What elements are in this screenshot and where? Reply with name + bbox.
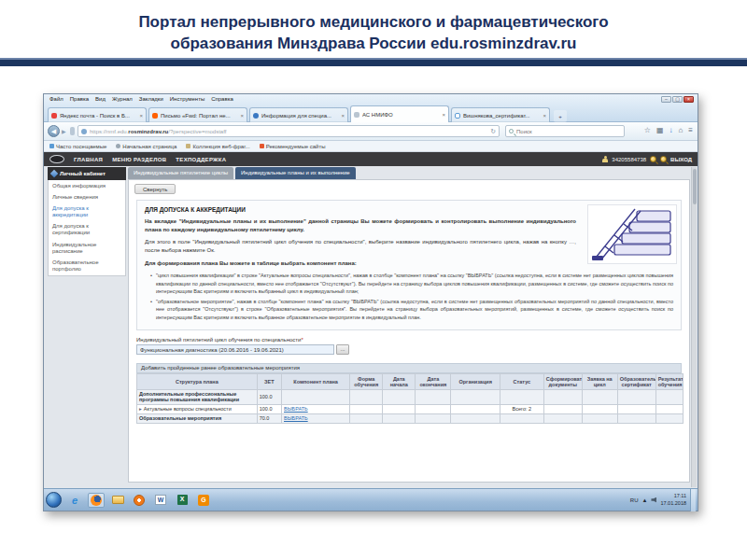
- sidebar-header-label: Личный кабинет: [60, 171, 106, 176]
- taskbar-ie-icon[interactable]: e: [66, 493, 83, 508]
- col-cycle-request: Заявка на цикл: [582, 374, 617, 390]
- sidebar-item-portfolio[interactable]: Образовательное портфолио: [49, 258, 125, 275]
- col-form-documents: Сформировать документы: [543, 374, 582, 390]
- portal-nav-sections[interactable]: МЕНЮ РАЗДЕЛОВ: [112, 157, 166, 162]
- menu-bookmarks[interactable]: Закладки: [139, 96, 163, 102]
- speaker-icon[interactable]: [651, 497, 656, 503]
- cell-zet: 70.0: [257, 413, 281, 423]
- table-row-edu-events: Образовательные мероприятия 70.0 ВЫБРАТЬ: [137, 413, 684, 423]
- bookmarks-bar: Часто посещаемые Начальная страница Колл…: [44, 141, 698, 152]
- choose-cycle-link[interactable]: ВЫБРАТЬ: [284, 406, 308, 412]
- cell-status: Всего: 2: [500, 404, 543, 413]
- tab-close-icon[interactable]: ×: [240, 113, 244, 119]
- search-org-icon[interactable]: [660, 156, 667, 162]
- taskbar-excel-icon[interactable]: X: [174, 493, 190, 508]
- tab-label: Яндекс почта - Поиск в Б...: [60, 113, 136, 119]
- search-icon: [509, 129, 514, 133]
- sidebar-item-schedule[interactable]: Индивидуальное расписание: [49, 239, 125, 257]
- bookmark-star-icon[interactable]: ☆: [644, 126, 651, 134]
- browser-tab-info[interactable]: Информация для специа... ×: [249, 107, 348, 122]
- address-bar[interactable]: https://nmf.edu.rosminzdrav.ru/?perspect…: [78, 125, 500, 137]
- cycle-browse-button[interactable]: ...: [336, 344, 349, 355]
- menu-tools[interactable]: Инструменты: [170, 96, 204, 102]
- col-organization: Организация: [451, 374, 500, 390]
- downloads-icon[interactable]: ↓: [669, 126, 672, 134]
- tab-close-icon[interactable]: ×: [139, 113, 143, 119]
- portal-nav-main[interactable]: ГЛАВНАЯ: [74, 157, 103, 162]
- tab-favicon: [354, 112, 359, 118]
- show-desktop-button[interactable]: [690, 489, 696, 511]
- instructions-paragraph-1: На вкладке "Индивидуальные планы и их вы…: [145, 217, 576, 233]
- firefox-glyph: [91, 495, 102, 506]
- tab-close-icon[interactable]: ×: [341, 113, 345, 119]
- browser-tab-yandex-mail[interactable]: Яндекс почта - Поиск в Б... ×: [48, 107, 147, 122]
- title-divider: [0, 58, 747, 66]
- home-icon[interactable]: ⌂: [678, 126, 683, 134]
- tab-individual-plans[interactable]: Индивидуальные планы и их выполнение: [235, 167, 356, 179]
- sidebar-item-personal-data[interactable]: Личные сведения: [49, 191, 125, 203]
- table-row-dpp: Дополнительные профессиональные программ…: [137, 389, 684, 404]
- tab-favicon: [253, 113, 259, 119]
- hamburger-menu-icon[interactable]: ≡: [688, 126, 693, 134]
- tray-expand-icon[interactable]: ▲: [642, 497, 648, 503]
- search-box[interactable]: [505, 125, 625, 137]
- reload-icon[interactable]: ↻: [490, 128, 496, 135]
- back-icon[interactable]: ◀: [48, 125, 60, 137]
- collapse-button[interactable]: Свернуть: [134, 184, 176, 194]
- bookmark-icon: [186, 144, 190, 148]
- tray-clock[interactable]: 17:11 17.01.2018: [660, 493, 686, 506]
- bookmark-recommended-sites[interactable]: Рекомендуемые сайты: [260, 144, 326, 149]
- tray-date: 17.01.2018: [660, 500, 686, 506]
- logout-button[interactable]: ВЫХОД: [670, 157, 692, 162]
- browser-tab-letter[interactable]: Письмо «Fwd: Портал не... ×: [148, 107, 247, 122]
- taskbar-word-icon[interactable]: W: [152, 493, 169, 508]
- sidebar-item-general-info[interactable]: Общая информация: [49, 180, 125, 191]
- sidebar-item-certification[interactable]: Для допуска к сертификации: [49, 221, 125, 239]
- bookmark-most-visited[interactable]: Часто посещаемые: [49, 144, 106, 149]
- browser-tab-certificate[interactable]: Вишнякова_сертификат... ×: [451, 107, 550, 122]
- library-icon[interactable]: ▦: [656, 126, 664, 134]
- search-person-icon[interactable]: [650, 156, 656, 162]
- site-identity-icon[interactable]: [81, 129, 87, 134]
- expand-icon[interactable]: ▸: [139, 406, 142, 412]
- browser-tab-as-nmifo[interactable]: АС НМИФО ×: [350, 105, 449, 122]
- menu-help[interactable]: Справка: [211, 96, 233, 102]
- taskbar-media-player-icon[interactable]: [131, 493, 148, 508]
- taskbar-firefox-icon[interactable]: [88, 493, 105, 508]
- cell-structure: ▸Актуальные вопросы специальности: [137, 404, 258, 413]
- taskbar-orange-app-icon[interactable]: G: [195, 493, 212, 508]
- scrollbar-thumb[interactable]: [693, 169, 697, 204]
- portal-body: Личный кабинет Общая информация Личные с…: [44, 166, 698, 488]
- choose-event-link[interactable]: ВЫБРАТЬ: [284, 415, 308, 421]
- tab-favicon: [51, 113, 57, 119]
- tab-close-icon[interactable]: ×: [442, 112, 445, 118]
- menu-edit[interactable]: Правка: [70, 96, 89, 102]
- cycle-select-input[interactable]: [136, 344, 334, 355]
- bookmark-icon: [260, 144, 264, 148]
- plan-table-header-row: Структура плана ЗЕТ Компонент плана Форм…: [137, 374, 684, 390]
- tab-five-year-cycles[interactable]: Индивидуальные пятилетние циклы: [128, 167, 233, 179]
- tab-favicon: [152, 113, 158, 119]
- maximize-button[interactable]: ▢: [672, 96, 683, 103]
- search-input[interactable]: [516, 129, 621, 134]
- menu-history[interactable]: Журнал: [112, 96, 133, 102]
- col-status: Статус: [500, 374, 543, 390]
- menu-view[interactable]: Вид: [95, 96, 106, 102]
- add-past-events-bar[interactable]: Добавить пройденные ранее образовательны…: [136, 363, 682, 373]
- vertical-scrollbar[interactable]: [691, 167, 697, 487]
- window-controls: – ▢ ×: [661, 96, 694, 103]
- portal-nav-support[interactable]: ТЕХПОДДЕРЖКА: [176, 157, 226, 162]
- language-indicator[interactable]: RU: [630, 497, 639, 503]
- col-form: Форма обучения: [350, 374, 383, 390]
- close-button[interactable]: ×: [684, 96, 694, 103]
- bookmark-web-collection[interactable]: Коллекция веб-фраг...: [186, 144, 249, 149]
- menu-file[interactable]: Файл: [49, 96, 63, 102]
- forward-icon[interactable]: ▶: [62, 128, 66, 134]
- minimize-button[interactable]: –: [661, 96, 671, 103]
- bookmark-start-page[interactable]: Начальная страница: [116, 144, 176, 149]
- start-button[interactable]: [46, 492, 62, 508]
- new-tab-button[interactable]: +: [554, 110, 567, 122]
- tab-close-icon[interactable]: ×: [543, 113, 546, 119]
- sidebar-item-accreditation[interactable]: Для допуска к аккредитации: [49, 203, 125, 220]
- taskbar-explorer-icon[interactable]: [109, 493, 126, 508]
